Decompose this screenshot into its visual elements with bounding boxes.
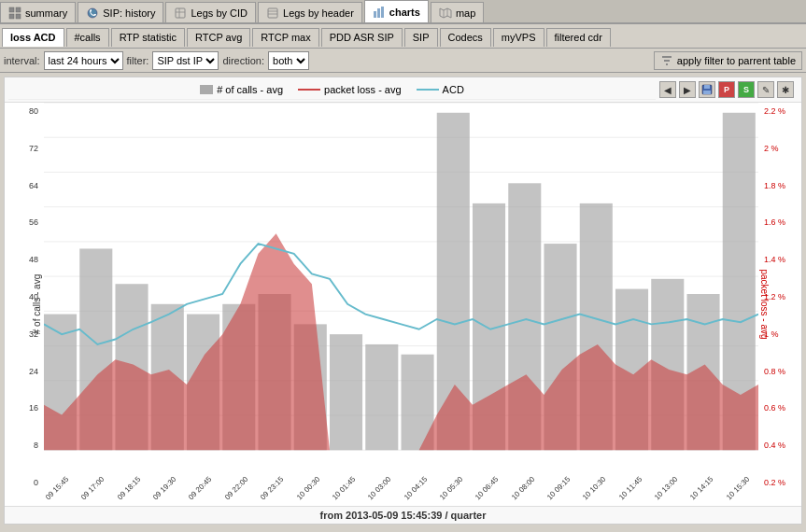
subtab-bar: loss ACD #calls RTP statistic RTCP avg R… [0,24,806,49]
apply-filter-button[interactable]: apply filter to parrent table [654,51,802,70]
legend-acd-line [417,89,439,91]
svg-rect-8 [268,8,277,18]
svg-rect-5 [176,8,185,18]
settings-button[interactable]: ✱ [777,81,794,98]
svg-rect-0 [9,7,14,12]
svg-rect-19 [666,63,668,65]
tab-sip-history-label: SIP: history [103,7,155,19]
tab-legs-by-cid[interactable]: Legs by CID [165,2,256,22]
chart-area: 80 72 64 56 48 40 32 24 16 8 0 # of call… [5,103,801,506]
chart-legend: # of calls - avg packet loss - avg ACD [8,80,656,100]
tab-map-label: map [456,7,475,19]
svg-rect-17 [662,56,672,58]
subtab-loss-acd[interactable]: loss ACD [2,28,64,47]
svg-rect-11 [374,11,376,18]
interval-select[interactable]: last 24 hours [44,51,123,70]
chart-container: # of calls - avg packet loss - avg ACD ◀… [4,77,802,525]
y-left-axis-label: # of calls - avg [32,274,42,334]
svg-rect-1 [16,7,21,12]
subtab-codecs[interactable]: Codecs [440,28,491,47]
subtab-calls[interactable]: #calls [66,28,109,47]
subtab-rtcp-max[interactable]: RTCP max [252,28,318,47]
subtab-myvps[interactable]: myVPS [493,28,544,47]
chart-footer: from 2013-05-09 15:45:39 / quarter [5,506,801,524]
main-chart-svg [44,103,758,485]
legend-calls-avg: # of calls - avg [200,84,283,95]
subtab-sip[interactable]: SIP [404,28,438,47]
tab-legs-by-header-label: Legs by header [283,7,354,19]
filter-label: filter: [127,55,149,66]
tab-sip-history[interactable]: SIP: history [78,2,163,22]
svg-rect-13 [381,7,384,18]
grid-icon [8,7,21,20]
tab-summary-label: summary [25,7,67,19]
export-png-button[interactable]: P [718,81,735,98]
chart-toolbar: ◀ ▶ P S ✎ ✱ [656,79,798,100]
chart-icon [373,6,386,19]
phone-icon [86,7,99,20]
legs-icon [174,7,187,20]
main-tab-bar: summary SIP: history Legs by CID Legs by… [0,0,806,24]
svg-rect-21 [704,85,710,89]
apply-label: apply filter to parrent table [677,55,796,66]
toolbar: interval: last 24 hours filter: SIP dst … [0,49,806,73]
legs2-icon [266,7,279,20]
interval-label: interval: [4,55,40,66]
svg-rect-42 [330,334,362,450]
legend-acd-label: ACD [443,84,464,95]
legend-packet-loss: packet loss - avg [298,84,402,95]
filter-select[interactable]: SIP dst IP [152,51,219,70]
legend-acd: ACD [417,84,464,95]
edit-button[interactable]: ✎ [757,81,774,98]
tab-legs-by-cid-label: Legs by CID [191,7,247,19]
tab-charts[interactable]: charts [364,0,429,22]
tab-charts-label: charts [389,7,420,18]
save-icon [701,84,713,95]
svg-rect-43 [365,344,398,450]
subtab-rtp-statistic[interactable]: RTP statistic [111,28,185,47]
legend-calls-label: # of calls - avg [217,84,283,95]
direction-label: direction: [222,55,264,66]
subtab-pdd-asr-sip[interactable]: PDD ASR SIP [321,28,403,47]
svg-marker-14 [440,8,451,18]
tab-legs-by-header[interactable]: Legs by header [258,2,362,22]
nav-next-button[interactable]: ▶ [679,81,696,98]
svg-rect-2 [9,14,14,19]
y-right-axis-label: packet loss - avg [759,269,770,339]
legend-packet-loss-label: packet loss - avg [324,84,402,95]
x-axis-labels: 09 15:45 09 17:00 09 18:15 09 19:30 09 2… [44,490,758,504]
save-button[interactable] [699,81,715,98]
svg-rect-12 [377,8,380,18]
tab-map[interactable]: map [431,2,484,22]
svg-rect-18 [664,60,670,62]
svg-point-4 [88,8,97,18]
legend-packet-loss-line [298,89,320,91]
legend-calls-box [200,85,213,94]
filter-icon [660,54,673,67]
chart-footer-text: from 2013-05-09 15:45:39 / quarter [320,510,487,521]
direction-select[interactable]: both [268,51,309,70]
svg-rect-3 [16,14,21,19]
map-icon [439,7,452,20]
subtab-filtered-cdr[interactable]: filtered cdr [546,28,611,47]
export-svg-button[interactable]: S [738,81,755,98]
subtab-rtcp-avg[interactable]: RTCP avg [187,28,250,47]
tab-summary[interactable]: summary [0,2,76,22]
svg-rect-22 [703,91,711,94]
nav-prev-button[interactable]: ◀ [659,81,676,98]
